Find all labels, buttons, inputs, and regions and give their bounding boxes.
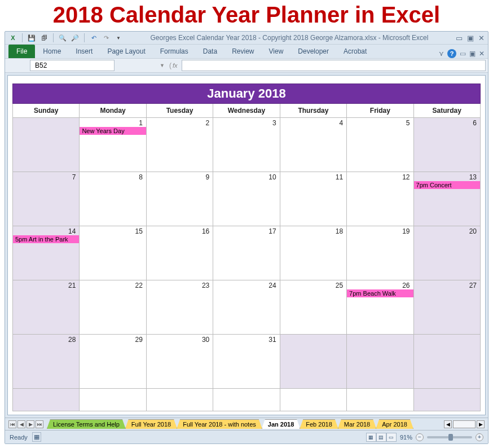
ribbon-tab-review[interactable]: Review — [225, 45, 261, 58]
help-icon[interactable]: ? — [447, 49, 456, 58]
filter-icon[interactable]: 🔎 — [71, 33, 80, 42]
calendar-cell[interactable]: 31 — [213, 335, 280, 389]
calendar-cell[interactable]: 19 — [347, 226, 413, 280]
calendar-cell[interactable]: 2 — [146, 118, 213, 172]
ribbon-tab-page-layout[interactable]: Page Layout — [100, 45, 152, 58]
calendar-cell[interactable]: 5 — [347, 118, 413, 172]
fx-icon[interactable]: fx — [173, 62, 178, 69]
qat-dropdown-icon[interactable]: ▼ — [114, 33, 123, 42]
ribbon-options-icon[interactable]: ⋎ — [439, 50, 444, 58]
calendar-cell[interactable] — [146, 389, 213, 411]
calendar-cell[interactable]: 9 — [146, 172, 213, 226]
calendar-cell[interactable] — [413, 335, 480, 389]
calendar-cell[interactable] — [280, 335, 346, 389]
sheet-tab[interactable]: Jan 2018 — [262, 419, 300, 429]
sheet-tab[interactable]: Full Year 2018 - with notes — [177, 419, 262, 429]
sheet-tab[interactable]: Feb 2018 — [300, 419, 338, 429]
calendar-cell[interactable]: 18 — [280, 226, 346, 280]
calendar-cell[interactable]: 23 — [146, 280, 213, 335]
name-box-dropdown-icon[interactable]: ▼ — [160, 63, 165, 68]
calendar-event[interactable]: 5pm Art in the Park — [13, 235, 79, 243]
tab-nav-last-icon[interactable]: ⏭ — [36, 420, 43, 428]
ribbon-tab-acrobat[interactable]: Acrobat — [337, 45, 373, 58]
minimize-icon[interactable]: ▭ — [456, 34, 463, 42]
ribbon-close-icon[interactable]: ✕ — [479, 50, 485, 58]
calendar-event[interactable]: New Years Day — [80, 127, 146, 135]
day-number: 11 — [336, 173, 343, 181]
calendar-cell[interactable] — [347, 389, 413, 411]
find-icon[interactable]: 🔍 — [58, 33, 67, 42]
calendar-cell[interactable]: 20 — [413, 226, 480, 280]
calendar-cell[interactable]: 24 — [213, 280, 280, 335]
ribbon-minimize-icon[interactable]: ▭ — [460, 50, 466, 58]
calendar-cell[interactable]: 137pm Concert — [413, 172, 480, 226]
restore-icon[interactable]: ▣ — [467, 34, 474, 42]
macro-record-icon[interactable]: ▦ — [32, 432, 41, 442]
calendar-cell[interactable]: 29 — [80, 335, 146, 389]
redo-icon[interactable]: ↷ — [102, 33, 111, 42]
calendar-cell[interactable]: 1New Years Day — [80, 118, 146, 172]
ribbon-tab-developer[interactable]: Developer — [291, 45, 336, 58]
calendar-cell[interactable]: 145pm Art in the Park — [13, 226, 80, 280]
view-page-layout-icon[interactable]: ▤ — [376, 433, 386, 442]
calendar-cell[interactable]: 267pm Beach Walk — [347, 280, 413, 335]
close-icon[interactable]: ✕ — [478, 34, 485, 42]
calendar-cell[interactable] — [80, 389, 146, 411]
calendar-cell[interactable]: 17 — [213, 226, 280, 280]
hscroll-right-icon[interactable]: ▶ — [477, 420, 485, 428]
save-icon[interactable]: 💾 — [27, 33, 36, 42]
calendar-cell[interactable] — [280, 389, 346, 411]
tab-nav-next-icon[interactable]: ▶ — [27, 420, 34, 428]
ribbon-tab-view[interactable]: View — [262, 45, 290, 58]
sheet-tab[interactable]: License Terms and Help — [47, 419, 126, 429]
calendar-cell[interactable]: 25 — [280, 280, 346, 335]
ribbon-tab-data[interactable]: Data — [196, 45, 224, 58]
calendar-cell[interactable]: 16 — [146, 226, 213, 280]
calendar-cell[interactable]: 7 — [13, 172, 80, 226]
calendar-cell[interactable]: 21 — [13, 280, 80, 335]
calendar-cell[interactable]: 12 — [347, 172, 413, 226]
sheet-tab[interactable]: Apr 2018 — [376, 419, 413, 429]
zoom-slider[interactable] — [427, 436, 472, 438]
calendar-cell[interactable]: 3 — [213, 118, 280, 172]
name-box[interactable]: B52 — [30, 60, 115, 71]
calendar-cell[interactable]: 8 — [80, 172, 146, 226]
zoom-out-icon[interactable]: − — [416, 433, 424, 441]
calendar-cell[interactable]: 11 — [280, 172, 346, 226]
worksheet-area[interactable]: January 2018 SundayMondayTuesdayWednesda… — [7, 75, 486, 415]
hscroll-track[interactable] — [453, 420, 476, 428]
ribbon-tab-insert[interactable]: Insert — [69, 45, 99, 58]
calendar-cell[interactable]: 30 — [146, 335, 213, 389]
calendar-cell[interactable] — [13, 118, 80, 172]
print-icon[interactable]: 🗐 — [39, 33, 49, 42]
calendar-cell[interactable]: 22 — [80, 280, 146, 335]
ribbon-tab-home[interactable]: Home — [36, 45, 68, 58]
sheet-tab[interactable]: Full Year 2018 — [125, 419, 177, 429]
day-number: 25 — [336, 282, 343, 289]
zoom-level[interactable]: 91% — [400, 434, 412, 441]
calendar-event[interactable]: 7pm Concert — [414, 181, 480, 189]
undo-icon[interactable]: ↶ — [89, 33, 98, 42]
calendar-cell[interactable]: 4 — [280, 118, 346, 172]
view-page-break-icon[interactable]: ▭ — [386, 433, 397, 442]
calendar-cell[interactable] — [13, 389, 80, 411]
calendar-cell[interactable]: 6 — [413, 118, 480, 172]
sheet-tab[interactable]: Mar 2018 — [338, 419, 376, 429]
ribbon-tab-file[interactable]: File — [8, 45, 35, 58]
calendar-cell[interactable] — [413, 389, 480, 411]
calendar-cell[interactable] — [213, 389, 280, 411]
zoom-in-icon[interactable]: + — [476, 433, 483, 441]
calendar-cell[interactable]: 28 — [13, 335, 80, 389]
ribbon-restore-icon[interactable]: ▣ — [469, 50, 476, 58]
calendar-cell[interactable] — [347, 335, 413, 389]
tab-nav-first-icon[interactable]: ⏮ — [8, 420, 16, 428]
calendar-cell[interactable]: 15 — [80, 226, 146, 280]
ribbon-tab-formulas[interactable]: Formulas — [153, 45, 195, 58]
view-normal-icon[interactable]: ▦ — [366, 433, 376, 442]
hscroll-left-icon[interactable]: ◀ — [444, 420, 452, 428]
calendar-event[interactable]: 7pm Beach Walk — [347, 289, 413, 297]
tab-nav-prev-icon[interactable]: ◀ — [17, 420, 25, 428]
calendar-cell[interactable]: 10 — [213, 172, 280, 226]
formula-input[interactable] — [182, 60, 486, 71]
calendar-cell[interactable]: 27 — [413, 280, 480, 335]
